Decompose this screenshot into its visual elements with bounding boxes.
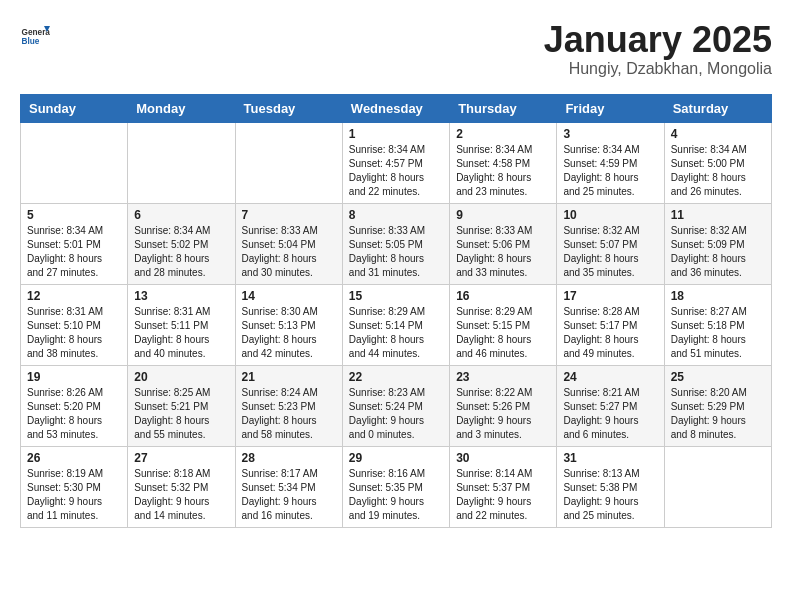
calendar-cell: 31Sunrise: 8:13 AM Sunset: 5:38 PM Dayli… xyxy=(557,446,664,527)
calendar-cell xyxy=(128,122,235,203)
logo-icon: General Blue xyxy=(20,20,50,50)
day-info: Sunrise: 8:33 AM Sunset: 5:04 PM Dayligh… xyxy=(242,224,336,280)
calendar-cell: 17Sunrise: 8:28 AM Sunset: 5:17 PM Dayli… xyxy=(557,284,664,365)
day-number: 20 xyxy=(134,370,228,384)
calendar-cell: 20Sunrise: 8:25 AM Sunset: 5:21 PM Dayli… xyxy=(128,365,235,446)
calendar-cell: 26Sunrise: 8:19 AM Sunset: 5:30 PM Dayli… xyxy=(21,446,128,527)
calendar-cell: 27Sunrise: 8:18 AM Sunset: 5:32 PM Dayli… xyxy=(128,446,235,527)
day-info: Sunrise: 8:24 AM Sunset: 5:23 PM Dayligh… xyxy=(242,386,336,442)
day-info: Sunrise: 8:14 AM Sunset: 5:37 PM Dayligh… xyxy=(456,467,550,523)
day-info: Sunrise: 8:28 AM Sunset: 5:17 PM Dayligh… xyxy=(563,305,657,361)
calendar-cell: 13Sunrise: 8:31 AM Sunset: 5:11 PM Dayli… xyxy=(128,284,235,365)
day-number: 23 xyxy=(456,370,550,384)
day-number: 18 xyxy=(671,289,765,303)
calendar-week-row: 19Sunrise: 8:26 AM Sunset: 5:20 PM Dayli… xyxy=(21,365,772,446)
day-info: Sunrise: 8:17 AM Sunset: 5:34 PM Dayligh… xyxy=(242,467,336,523)
day-number: 4 xyxy=(671,127,765,141)
day-info: Sunrise: 8:23 AM Sunset: 5:24 PM Dayligh… xyxy=(349,386,443,442)
header: General Blue January 2025 Hungiy, Dzabkh… xyxy=(20,20,772,78)
location: Hungiy, Dzabkhan, Mongolia xyxy=(544,60,772,78)
logo: General Blue xyxy=(20,20,50,50)
day-info: Sunrise: 8:27 AM Sunset: 5:18 PM Dayligh… xyxy=(671,305,765,361)
calendar-cell: 18Sunrise: 8:27 AM Sunset: 5:18 PM Dayli… xyxy=(664,284,771,365)
day-number: 13 xyxy=(134,289,228,303)
day-number: 27 xyxy=(134,451,228,465)
calendar: SundayMondayTuesdayWednesdayThursdayFrid… xyxy=(20,94,772,528)
day-number: 28 xyxy=(242,451,336,465)
day-number: 9 xyxy=(456,208,550,222)
day-number: 21 xyxy=(242,370,336,384)
weekday-header-monday: Monday xyxy=(128,94,235,122)
day-number: 17 xyxy=(563,289,657,303)
day-number: 25 xyxy=(671,370,765,384)
day-info: Sunrise: 8:21 AM Sunset: 5:27 PM Dayligh… xyxy=(563,386,657,442)
day-number: 3 xyxy=(563,127,657,141)
calendar-cell: 4Sunrise: 8:34 AM Sunset: 5:00 PM Daylig… xyxy=(664,122,771,203)
calendar-week-row: 1Sunrise: 8:34 AM Sunset: 4:57 PM Daylig… xyxy=(21,122,772,203)
day-info: Sunrise: 8:34 AM Sunset: 5:00 PM Dayligh… xyxy=(671,143,765,199)
day-number: 8 xyxy=(349,208,443,222)
calendar-week-row: 26Sunrise: 8:19 AM Sunset: 5:30 PM Dayli… xyxy=(21,446,772,527)
calendar-cell: 14Sunrise: 8:30 AM Sunset: 5:13 PM Dayli… xyxy=(235,284,342,365)
calendar-cell: 3Sunrise: 8:34 AM Sunset: 4:59 PM Daylig… xyxy=(557,122,664,203)
day-number: 26 xyxy=(27,451,121,465)
weekday-header-sunday: Sunday xyxy=(21,94,128,122)
day-info: Sunrise: 8:31 AM Sunset: 5:10 PM Dayligh… xyxy=(27,305,121,361)
day-number: 12 xyxy=(27,289,121,303)
calendar-header-row: SundayMondayTuesdayWednesdayThursdayFrid… xyxy=(21,94,772,122)
calendar-cell: 25Sunrise: 8:20 AM Sunset: 5:29 PM Dayli… xyxy=(664,365,771,446)
calendar-cell xyxy=(664,446,771,527)
day-number: 10 xyxy=(563,208,657,222)
calendar-cell xyxy=(235,122,342,203)
day-number: 22 xyxy=(349,370,443,384)
day-info: Sunrise: 8:25 AM Sunset: 5:21 PM Dayligh… xyxy=(134,386,228,442)
day-number: 24 xyxy=(563,370,657,384)
weekday-header-tuesday: Tuesday xyxy=(235,94,342,122)
day-info: Sunrise: 8:20 AM Sunset: 5:29 PM Dayligh… xyxy=(671,386,765,442)
calendar-cell: 7Sunrise: 8:33 AM Sunset: 5:04 PM Daylig… xyxy=(235,203,342,284)
title-area: January 2025 Hungiy, Dzabkhan, Mongolia xyxy=(544,20,772,78)
day-info: Sunrise: 8:34 AM Sunset: 4:57 PM Dayligh… xyxy=(349,143,443,199)
weekday-header-thursday: Thursday xyxy=(450,94,557,122)
day-info: Sunrise: 8:34 AM Sunset: 4:59 PM Dayligh… xyxy=(563,143,657,199)
day-info: Sunrise: 8:34 AM Sunset: 5:01 PM Dayligh… xyxy=(27,224,121,280)
day-info: Sunrise: 8:30 AM Sunset: 5:13 PM Dayligh… xyxy=(242,305,336,361)
day-info: Sunrise: 8:34 AM Sunset: 5:02 PM Dayligh… xyxy=(134,224,228,280)
month-title: January 2025 xyxy=(544,20,772,60)
day-info: Sunrise: 8:31 AM Sunset: 5:11 PM Dayligh… xyxy=(134,305,228,361)
day-info: Sunrise: 8:34 AM Sunset: 4:58 PM Dayligh… xyxy=(456,143,550,199)
day-info: Sunrise: 8:32 AM Sunset: 5:09 PM Dayligh… xyxy=(671,224,765,280)
day-info: Sunrise: 8:18 AM Sunset: 5:32 PM Dayligh… xyxy=(134,467,228,523)
day-info: Sunrise: 8:26 AM Sunset: 5:20 PM Dayligh… xyxy=(27,386,121,442)
calendar-week-row: 12Sunrise: 8:31 AM Sunset: 5:10 PM Dayli… xyxy=(21,284,772,365)
day-number: 7 xyxy=(242,208,336,222)
weekday-header-saturday: Saturday xyxy=(664,94,771,122)
calendar-week-row: 5Sunrise: 8:34 AM Sunset: 5:01 PM Daylig… xyxy=(21,203,772,284)
day-info: Sunrise: 8:16 AM Sunset: 5:35 PM Dayligh… xyxy=(349,467,443,523)
day-info: Sunrise: 8:19 AM Sunset: 5:30 PM Dayligh… xyxy=(27,467,121,523)
day-number: 6 xyxy=(134,208,228,222)
day-number: 15 xyxy=(349,289,443,303)
day-number: 19 xyxy=(27,370,121,384)
day-number: 16 xyxy=(456,289,550,303)
calendar-cell: 11Sunrise: 8:32 AM Sunset: 5:09 PM Dayli… xyxy=(664,203,771,284)
day-info: Sunrise: 8:29 AM Sunset: 5:14 PM Dayligh… xyxy=(349,305,443,361)
calendar-cell: 24Sunrise: 8:21 AM Sunset: 5:27 PM Dayli… xyxy=(557,365,664,446)
calendar-cell: 6Sunrise: 8:34 AM Sunset: 5:02 PM Daylig… xyxy=(128,203,235,284)
calendar-cell: 28Sunrise: 8:17 AM Sunset: 5:34 PM Dayli… xyxy=(235,446,342,527)
day-info: Sunrise: 8:33 AM Sunset: 5:06 PM Dayligh… xyxy=(456,224,550,280)
day-info: Sunrise: 8:13 AM Sunset: 5:38 PM Dayligh… xyxy=(563,467,657,523)
calendar-cell: 19Sunrise: 8:26 AM Sunset: 5:20 PM Dayli… xyxy=(21,365,128,446)
day-number: 30 xyxy=(456,451,550,465)
weekday-header-wednesday: Wednesday xyxy=(342,94,449,122)
calendar-cell: 16Sunrise: 8:29 AM Sunset: 5:15 PM Dayli… xyxy=(450,284,557,365)
calendar-cell: 21Sunrise: 8:24 AM Sunset: 5:23 PM Dayli… xyxy=(235,365,342,446)
calendar-cell xyxy=(21,122,128,203)
weekday-header-friday: Friday xyxy=(557,94,664,122)
day-number: 14 xyxy=(242,289,336,303)
day-number: 5 xyxy=(27,208,121,222)
day-info: Sunrise: 8:22 AM Sunset: 5:26 PM Dayligh… xyxy=(456,386,550,442)
calendar-cell: 8Sunrise: 8:33 AM Sunset: 5:05 PM Daylig… xyxy=(342,203,449,284)
day-number: 2 xyxy=(456,127,550,141)
calendar-cell: 29Sunrise: 8:16 AM Sunset: 5:35 PM Dayli… xyxy=(342,446,449,527)
